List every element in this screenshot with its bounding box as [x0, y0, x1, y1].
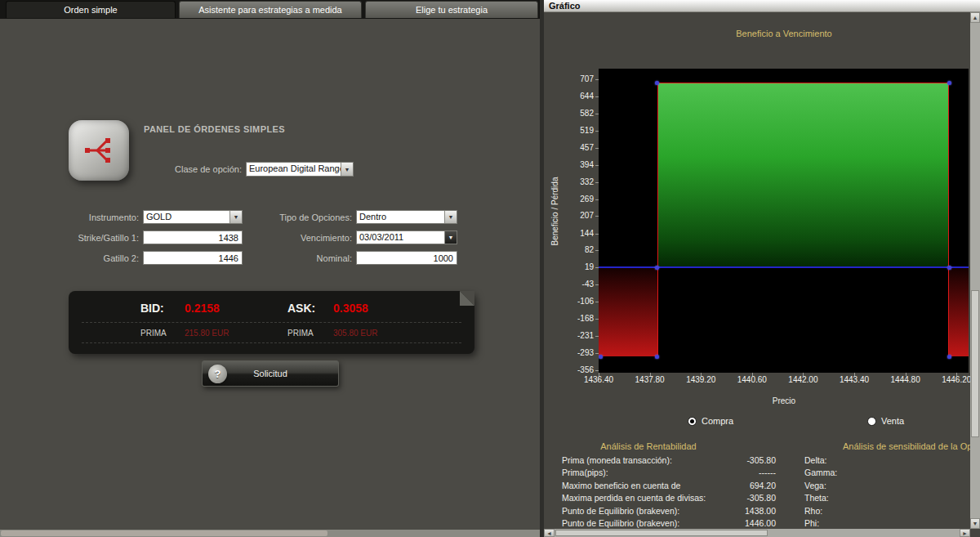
sensitivity-row-label: Vega: [804, 481, 826, 493]
horizontal-scrollbar-left[interactable] [0, 530, 540, 537]
profitability-row: Maxima perdida en cuenta de divisas:-305… [562, 493, 776, 505]
y-tick-label: 644 [558, 92, 594, 101]
sensitivity-row: Gamma: [804, 468, 964, 480]
x-tick-mark [701, 373, 702, 376]
y-tick-label: -106 [558, 297, 594, 306]
chevron-down-icon[interactable]: ▼ [444, 211, 457, 223]
y-tick-label: 332 [558, 177, 594, 186]
radio-venta[interactable]: Venta [867, 416, 904, 426]
x-tick-mark [956, 373, 957, 376]
y-tick-mark [595, 370, 599, 371]
profitability-row-value: 1438.00 [745, 506, 776, 518]
option-type-value: Dentro [357, 211, 444, 223]
divider [82, 342, 461, 343]
x-tick-label: 1439.20 [679, 375, 722, 384]
option-class-value: European Digital Range [247, 163, 341, 176]
strike1-input[interactable] [143, 230, 243, 244]
profitability-row-label: Punto de Equilibrio (brakeven): [562, 506, 679, 518]
sensitivity-row: Rho: [804, 506, 964, 518]
scroll-left-icon[interactable]: ◄ [544, 529, 555, 537]
radio-venta-circle[interactable] [867, 417, 876, 426]
profitability-row-label: Maxima perdida en cuenta de divisas: [562, 493, 706, 505]
vertical-scrollbar[interactable]: ▲ ▼ [970, 12, 980, 529]
y-tick-mark [595, 79, 599, 80]
upper-strike-line [948, 83, 949, 356]
scroll-up-icon[interactable]: ▲ [970, 12, 980, 23]
divider [82, 322, 461, 323]
scrollbar-thumb[interactable] [555, 530, 768, 536]
solicitud-button[interactable]: ? Solicitud [202, 360, 339, 387]
y-tick-label: -293 [558, 348, 594, 357]
scroll-right-icon[interactable]: ► [960, 529, 970, 537]
bid-prima-label: PRIMA [140, 329, 167, 338]
y-tick-mark [595, 114, 599, 114]
profitability-row-value: ------ [759, 468, 776, 480]
y-tick-mark [595, 216, 599, 217]
bid-prima-value: 215.80 EUR [185, 329, 229, 338]
profitability-row-value: -305.80 [746, 455, 776, 468]
chevron-down-icon[interactable]: ▼ [341, 163, 353, 176]
y-tick-label: 144 [558, 229, 594, 238]
chart-corner-dot [947, 355, 951, 359]
y-tick-label: 519 [558, 126, 594, 135]
option-class-select[interactable]: European Digital Range ▼ [246, 162, 354, 177]
expiry-label: Vencimiento: [243, 233, 352, 243]
radio-compra-circle[interactable] [688, 417, 697, 426]
strike2-input[interactable] [143, 251, 243, 265]
profitability-title: Análisis de Rentabilidad [544, 441, 753, 451]
bid-value: 0.2158 [185, 302, 220, 315]
x-axis-title: Precio [743, 396, 825, 405]
profitability-row: Punto de Equilibrio (brakeven):1438.00 [562, 506, 776, 518]
tab-asistente-estrategias[interactable]: Asistente para estrategias a medida [179, 1, 362, 18]
chevron-down-icon[interactable]: ▼ [229, 211, 242, 223]
y-tick-mark [595, 165, 599, 166]
sensitivity-row-label: Theta: [804, 493, 829, 505]
option-type-label: Tipo de Opciones: [243, 213, 352, 222]
tab-orden-simple[interactable]: Orden simple [6, 1, 176, 18]
y-tick-label: -356 [558, 365, 594, 374]
horizontal-scrollbar-right[interactable]: ◄ ► [544, 529, 970, 537]
quote-panel: BID: 0.2158 ASK: 0.3058 PRIMA 215.80 EUR… [69, 291, 474, 354]
payoff-top-line [657, 83, 950, 83]
x-tick-mark [906, 373, 906, 376]
chart-corner-dot [655, 266, 659, 270]
sensitivity-row-label: Gamma: [804, 468, 837, 480]
x-tick-label: 1436.40 [577, 375, 620, 384]
chart-window-titlebar: Gráfico [544, 0, 980, 12]
y-tick-mark [595, 96, 599, 97]
scrollbar-thumb[interactable] [971, 290, 979, 437]
profitability-rows: Prima (moneda transacción):-305.80Prima(… [562, 455, 776, 530]
y-tick-mark [595, 336, 599, 337]
profitability-row-label: Maximo beneficio en cuenta de [562, 481, 680, 493]
radio-venta-label: Venta [881, 416, 904, 426]
nominal-input[interactable] [356, 251, 457, 265]
y-tick-mark [595, 148, 599, 149]
folded-corner-shade [460, 291, 474, 306]
profitability-row-value: 694.20 [750, 481, 776, 493]
instrument-select[interactable]: GOLD ▼ [143, 210, 243, 224]
radio-compra[interactable]: Compra [688, 416, 733, 426]
ask-label: ASK: [287, 302, 315, 315]
premium-baseline [599, 266, 969, 268]
chart-corner-dot [655, 355, 659, 359]
y-tick-mark [595, 267, 599, 268]
option-type-select[interactable]: Dentro ▼ [356, 210, 457, 224]
loss-area-right [949, 267, 969, 356]
chevron-down-icon[interactable]: ▼ [444, 231, 457, 244]
x-tick-mark [752, 373, 753, 376]
y-tick-label: 82 [558, 245, 594, 254]
x-tick-label: 1440.60 [731, 375, 773, 384]
scrollbar-thumb[interactable] [1, 530, 327, 536]
scroll-down-icon[interactable]: ▼ [970, 518, 980, 529]
solicitud-button-label: Solicitud [253, 369, 287, 378]
y-tick-mark [595, 182, 599, 183]
radio-compra-label: Compra [702, 416, 733, 426]
x-tick-mark [650, 373, 651, 376]
sensitivity-title: Análisis de sensibilidad de la Opción [843, 441, 980, 451]
strike1-label: Strike/Gatillo 1: [24, 233, 139, 243]
y-tick-label: -231 [558, 331, 594, 340]
expiry-select[interactable]: 03/03/2011 ▼ [356, 230, 457, 244]
sensitivity-row: Delta: [804, 455, 964, 468]
sensitivity-row-label: Rho: [804, 506, 822, 518]
tab-elige-estrategia[interactable]: Elige tu estrategia [365, 1, 538, 18]
